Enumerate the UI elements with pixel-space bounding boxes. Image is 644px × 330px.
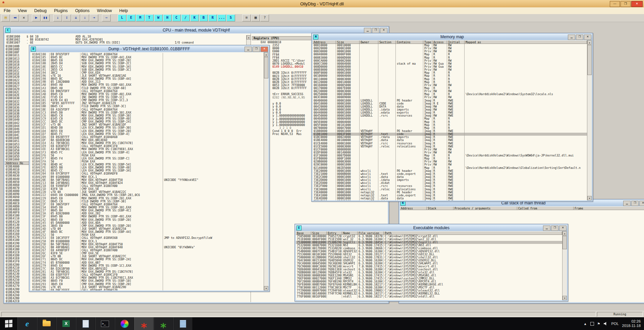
module-row[interactable]: 76FE0000000D700076FEF6A0KERNELBA6.3.9600…	[296, 283, 562, 286]
memory-map-row[interactable]: 004600000000A000MapRR	[313, 117, 587, 120]
memory-map-row[interactable]: 000830000000D000MapRR	[313, 56, 587, 59]
dump-row[interactable]: 01BAE298E8 D9C2FEFFCALL VDTHqHf.01B9A570	[30, 289, 264, 290]
memory-map-row[interactable]: 01BE400000100000VDTHqHf.datadataImagRRWE	[313, 139, 587, 142]
module-row[interactable]: 750500000018800075052720crypt326.3.9600.…	[296, 235, 562, 238]
column-header[interactable]: Frame	[574, 207, 644, 210]
toolbar-button[interactable]: ▦	[251, 14, 260, 21]
toolbar-letter-button[interactable]: S	[226, 14, 235, 21]
dump-row[interactable]: 01BAE27CBA D261BF00MOV EDX,0BF61D2	[30, 267, 264, 270]
memory-map-row[interactable]: 0025000000018000MapRR\Device\HarddiskVol…	[313, 93, 587, 96]
toolbar-button[interactable]: ⇊	[71, 14, 80, 21]
memory-map-row[interactable]: 020C000000001000PrivRWRW	[313, 163, 587, 166]
dump-row[interactable]: 01BAE1FA50PUSH EAX	[30, 160, 264, 163]
memory-map-row[interactable]: 01B8000000001000VDTHqHfPE headerImagRRWE	[313, 130, 587, 133]
memory-map-row[interactable]: 0011000000003000MapRR	[313, 78, 587, 81]
dump-row[interactable]: 01BAE1DAE8 8928FFFFCALL VDTHqHf.01BA0A68	[30, 136, 264, 139]
module-row[interactable]: 76D600000004100076D613E0sechost6.3.9600.…	[296, 268, 562, 271]
dump-row[interactable]: 01BAE262B8 48F8BA01MOV EAX,VDTHqHf.01BAF…	[30, 246, 264, 249]
modules-close-icon[interactable]: ✕	[559, 225, 567, 231]
language-indicator[interactable]: POL	[611, 322, 619, 326]
memory-map-row[interactable]: 01DF000000140000PrivRWRW	[313, 151, 587, 154]
toolbar-letter-button[interactable]: K	[190, 14, 199, 21]
column-header[interactable]: Name	[342, 232, 358, 235]
menu-item[interactable]: Plugins	[50, 7, 71, 14]
dump-row[interactable]: 01BAE1943BC2CMP EAX,EDX	[30, 71, 264, 74]
dump-row[interactable]: 01BAE1DFBA 6D4EBC00MOV EDX,0BC4E6D	[30, 139, 264, 142]
column-header[interactable]: Access	[432, 41, 447, 44]
dump-row[interactable]: 01BAE218E8 9398FDFFCALL VDTHqHf.01B87AB0	[30, 185, 264, 188]
dump-row[interactable]: 01BAE1A3DB45 A0FILD DWORD PTR SS:[EBP-60…	[30, 87, 264, 90]
dump-row[interactable]: 01BAE1BBDB45 C4FILD DWORD PTR SS:[EBP-3C…	[30, 105, 264, 108]
dump-row[interactable]: 01BAE1912B55 C4SUB EDX,DWORD PTR SS:[EBP…	[30, 68, 264, 71]
dump-row[interactable]: 01BAE196v7E 16JLE SHORT VDTHqHf.01BAE1AE	[30, 74, 264, 77]
memory-map-row[interactable]: 005F000000181000MapRR	[313, 124, 587, 127]
memory-map-row[interactable]: 73E410000000D000netapi32.textcode,export…	[313, 194, 587, 197]
memory-map-row[interactable]: 01F300000007D000MapRR\Device\HarddiskVol…	[313, 154, 587, 157]
memory-map-row[interactable]: 73E2C00000001000wkscli.datadataImagRRWE	[313, 176, 587, 179]
module-row[interactable]: 753200000000700075321660NSI6.3.9600.1741…	[296, 244, 562, 247]
menu-item[interactable]: Help	[115, 7, 131, 14]
dump-row[interactable]: 01BAE1FB8D4D ACLEA ECX,DWORD PTR SS:[EBP…	[30, 163, 264, 166]
taskbar-internet-explorer[interactable]: e	[17, 317, 37, 330]
toolbar-button[interactable]: ⇓	[80, 14, 89, 21]
memory-map-row[interactable]: 01BC000000024000VDTHqHf.rdataimportsImag…	[313, 136, 587, 139]
memory-map-row[interactable]: 000CA00000002000PrivRWRW	[313, 59, 587, 62]
module-row[interactable]: 772900000009700077294F60oleaut326.3.9600…	[296, 289, 562, 292]
taskbar-file-explorer[interactable]	[37, 317, 56, 330]
modules-titlebar[interactable]: E Executable modules ▁ ❐ ✕	[296, 225, 567, 231]
module-row[interactable]: 76EF00000002700076EF13A0IMM326.3.9600.17…	[296, 277, 562, 280]
column-header[interactable]: Size	[336, 41, 360, 44]
toolbar-letter-button[interactable]: ...	[217, 14, 226, 21]
cpu-minimize-icon[interactable]: ▁	[364, 28, 371, 33]
column-header[interactable]: Address	[400, 207, 427, 210]
column-header[interactable]: Mapped as	[465, 41, 587, 44]
dump-maximize-icon[interactable]: ❐	[253, 47, 260, 52]
dump-window[interactable]: D Dump - VDTHqHf:.text 01B81000..01BBFFF…	[29, 45, 270, 292]
dump-row[interactable]: 01BAE1858945 BCMOV DWORD PTR SS:[EBP-44]…	[30, 56, 264, 59]
taskbar-color-app[interactable]	[115, 317, 134, 330]
dump-row[interactable]: 01BAE286E8 65DFFEFFCALL VDTHqHf.01B9C1F0	[30, 273, 264, 276]
memory-map-close-icon[interactable]: ✕	[584, 35, 591, 40]
dump-row[interactable]: 01BAE1A6E8 B965FDFFCALL VDTHqHf.01B84764	[30, 90, 264, 93]
speaker-icon[interactable]	[604, 322, 608, 326]
memory-map-row[interactable]: 02140000002D5000MapRR\Device\HarddiskVol…	[313, 167, 587, 170]
call-stack-close-icon[interactable]: ✕	[639, 201, 644, 206]
memory-map-row[interactable]: 003C000000009000PrivRWRW	[313, 96, 587, 99]
menu-item[interactable]: Debug	[31, 7, 50, 14]
scroll-thumb[interactable]	[562, 236, 567, 249]
toolbar-button[interactable]: ⇒	[102, 14, 111, 21]
memory-map-row[interactable]: 0012000000014000MapRR	[313, 81, 587, 84]
module-row[interactable]: 76C400000004500076C46E80SHLWAPI6.3.9600.…	[296, 262, 562, 265]
dump-close-icon[interactable]: ✕	[261, 47, 268, 52]
module-row[interactable]: 76AC00000015300076AD58A0USER326.3.9600.1…	[296, 259, 562, 262]
dump-row[interactable]: 01BAE1F38D45 FCLEA EAX,DWORD PTR SS:[EBP…	[30, 151, 264, 154]
memory-map-row[interactable]: 01CF000000008000PrivRWRW	[313, 148, 587, 151]
modules-scrollbar[interactable]: ▲ ▼	[562, 231, 567, 300]
menu-item[interactable]: Window	[93, 7, 115, 14]
column-header[interactable]: Size	[311, 232, 327, 235]
dump-row[interactable]: 01BAE1D48D55 E0LEA EDX,DWORD PTR SS:[EBP…	[30, 130, 264, 133]
dump-row[interactable]: 01BAE1AEFF45 E4INC DWORD PTR SS:[EBP-1C]	[30, 96, 264, 99]
memory-map-maximize-icon[interactable]: ❐	[576, 35, 583, 40]
dump-row[interactable]: 01BAE26Fv7D 0BJGE SHORT VDTHqHf.01BAE27C	[30, 255, 264, 258]
column-header[interactable]: Called from	[517, 207, 574, 210]
module-row[interactable]: 770C000000112000770C30C0MSCTF6.3.9600.16…	[296, 286, 562, 289]
disasm-row[interactable]: 01B81007. 6EOUTS DX,DWORD PTR ES:[EDI]I/…	[5, 41, 253, 44]
memory-map-titlebar[interactable]: M Memory map ▁ ❐ ✕	[312, 34, 592, 40]
module-row[interactable]: 754B00000007C000754B1F10ADVAPI326.3.9600…	[296, 250, 562, 253]
memory-map-row[interactable]: 73E4F00000001000netapi32.idataimportsIma…	[313, 200, 587, 200]
taskbar-notepad[interactable]	[76, 317, 95, 330]
scroll-up-icon[interactable]: ▲	[587, 40, 592, 45]
menu-item[interactable]: View	[14, 7, 31, 14]
dump-row[interactable]: 01BAE1EEA3 E8F9BC01MOV DWORD PTR DS:[1BC…	[30, 148, 264, 151]
close-button[interactable]: ✕	[631, 1, 643, 7]
dump-row[interactable]: 01BAE296v7E 05JLE SHORT VDTHqHf.01BAE29D	[30, 286, 264, 289]
column-header[interactable]: Procedure / arguments	[453, 207, 517, 210]
taskbar-ollydbg[interactable]: *	[134, 317, 154, 330]
dump-row[interactable]: 01BAE2348945 D0MOV DWORD PTR SS:[EBP-30]…	[30, 206, 264, 209]
memory-map-row[interactable]: 0044000000001000LOADDLL.edataexportsImag…	[313, 111, 587, 114]
column-header[interactable]: Initial	[447, 41, 465, 44]
scroll-thumb[interactable]	[587, 45, 592, 75]
toolbar-button[interactable]: ↓	[53, 14, 62, 21]
module-row[interactable]: 76EE00000000E00076EE1280MSASN16.3.9600.1…	[296, 274, 562, 277]
